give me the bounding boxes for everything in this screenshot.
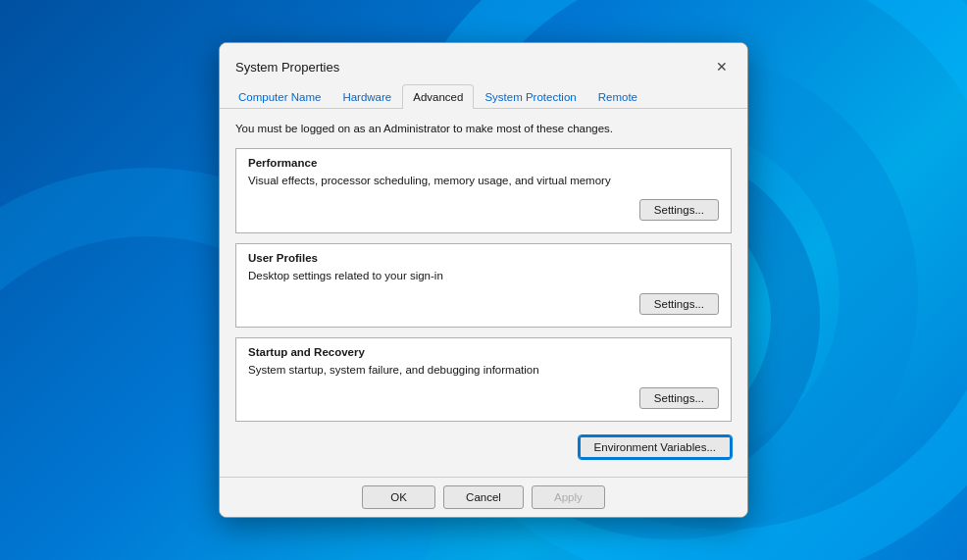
tab-remote[interactable]: Remote — [587, 84, 648, 109]
startup-recovery-section: Startup and Recovery System startup, sys… — [235, 337, 732, 422]
dialog-title: System Properties — [235, 60, 339, 75]
startup-recovery-title: Startup and Recovery — [248, 346, 719, 358]
environment-variables-button[interactable]: Environment Variables... — [579, 435, 732, 459]
info-message: You must be logged on as an Administrato… — [235, 121, 732, 136]
user-profiles-title: User Profiles — [248, 252, 719, 264]
tab-content: You must be logged on as an Administrato… — [220, 109, 747, 476]
user-profiles-section: User Profiles Desktop settings related t… — [235, 243, 732, 328]
tab-hardware[interactable]: Hardware — [331, 84, 402, 109]
title-bar: System Properties ✕ — [220, 43, 747, 80]
dialog-overlay: System Properties ✕ Computer Name Hardwa… — [0, 0, 967, 560]
user-profiles-desc: Desktop settings related to your sign-in — [248, 268, 719, 283]
startup-recovery-desc: System startup, system failure, and debu… — [248, 362, 719, 378]
tab-computer-name[interactable]: Computer Name — [228, 84, 331, 109]
cancel-button[interactable]: Cancel — [443, 485, 524, 509]
startup-recovery-settings-button[interactable]: Settings... — [639, 387, 719, 409]
tab-advanced[interactable]: Advanced — [402, 84, 474, 109]
tab-bar: Computer Name Hardware Advanced System P… — [220, 84, 747, 109]
apply-button[interactable]: Apply — [532, 485, 605, 509]
tab-system-protection[interactable]: System Protection — [474, 84, 586, 109]
env-vars-row: Environment Variables... — [235, 432, 732, 467]
user-profiles-settings-button[interactable]: Settings... — [639, 293, 719, 315]
close-button[interactable]: ✕ — [708, 53, 736, 80]
performance-desc: Visual effects, processor scheduling, me… — [248, 173, 719, 188]
system-properties-dialog: System Properties ✕ Computer Name Hardwa… — [219, 42, 748, 517]
performance-section: Performance Visual effects, processor sc… — [235, 148, 732, 232]
ok-button[interactable]: OK — [362, 485, 435, 509]
dialog-footer: OK Cancel Apply — [220, 477, 747, 517]
performance-title: Performance — [248, 157, 719, 169]
performance-settings-button[interactable]: Settings... — [639, 199, 719, 221]
